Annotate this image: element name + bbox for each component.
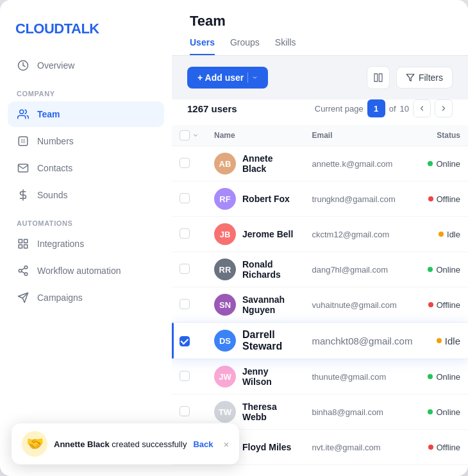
- row-checkbox[interactable]: [180, 228, 190, 239]
- avatar: RF: [214, 188, 236, 210]
- status-label: Idle: [447, 230, 460, 239]
- toast-suffix-text: created successfully: [112, 439, 187, 449]
- sidebar-item-team[interactable]: Team: [8, 101, 164, 127]
- columns-icon-button[interactable]: [367, 66, 390, 89]
- row-email-cell: binha8@gmail.com: [304, 395, 420, 430]
- row-checkbox-cell: [172, 359, 206, 395]
- sidebar-item-label: Overview: [37, 60, 74, 71]
- row-status-cell: Online: [420, 395, 468, 430]
- user-name: Jerome Bell: [242, 229, 293, 239]
- row-status-cell: Online: [420, 252, 468, 287]
- status-dot: [428, 445, 433, 450]
- sidebar-item-integrations[interactable]: Integrations: [8, 231, 164, 257]
- toolbar: + Add user Filters: [172, 56, 468, 99]
- row-checkbox-cell: [172, 323, 206, 359]
- table-row[interactable]: JB Jerome Bell ckctm12@gmail.com Idle: [172, 217, 468, 252]
- table-meta: 1267 users Current page 1 of 10: [172, 99, 468, 125]
- table-row[interactable]: SN Savannah Nguyen vuhaitnute@gmail.com …: [172, 287, 468, 323]
- status-dot: [428, 267, 433, 272]
- svg-point-1: [20, 110, 24, 114]
- main-content: Team Users Groups Skills + Add user: [172, 0, 468, 476]
- status-label: Offline: [437, 300, 460, 310]
- table-row[interactable]: JW Jenny Wilson thunute@gmail.com Online: [172, 359, 468, 395]
- row-status-cell: Idle: [420, 323, 468, 359]
- row-name-cell: SN Savannah Nguyen: [206, 287, 304, 323]
- main-header: Team Users Groups Skills: [172, 0, 468, 56]
- user-name: Floyd Miles: [242, 442, 291, 452]
- table-row[interactable]: RF Robert Fox trungknd@gamail.com Offlin…: [172, 182, 468, 217]
- svg-line-12: [21, 268, 24, 270]
- tab-groups[interactable]: Groups: [230, 37, 260, 55]
- pagination-prev-button[interactable]: [413, 99, 431, 117]
- table-area: 1267 users Current page 1 of 10: [172, 99, 468, 476]
- table-row[interactable]: RR Ronald Richards dang7hl@gmail.com Onl…: [172, 252, 468, 287]
- status-label: Online: [436, 407, 460, 417]
- sidebar-item-contacts[interactable]: Contacts: [8, 155, 164, 181]
- section-automations: Automations: [8, 209, 164, 231]
- row-checkbox[interactable]: [180, 158, 190, 168]
- status-dot: [439, 232, 444, 237]
- sidebar-item-label: Integrations: [37, 239, 84, 249]
- status-dot: [428, 161, 433, 166]
- row-checkbox[interactable]: [180, 371, 190, 381]
- row-checkbox-cell: [172, 287, 206, 323]
- row-status-cell: Offline: [420, 287, 468, 323]
- user-name: Ronald Richards: [242, 259, 296, 280]
- sidebar-item-campaigns[interactable]: Campaigns: [8, 285, 164, 310]
- col-email: Email: [304, 125, 420, 146]
- numbers-icon: [17, 135, 29, 148]
- sidebar-item-numbers[interactable]: Numbers: [8, 128, 164, 154]
- logo: CLOUDTALK: [0, 0, 172, 53]
- add-user-label: + Add user: [197, 72, 244, 83]
- row-checkbox[interactable]: [180, 336, 190, 346]
- avatar: JW: [214, 366, 236, 387]
- row-email-cell: trungknd@gamail.com: [304, 182, 420, 217]
- avatar: AB: [214, 153, 236, 174]
- table-row[interactable]: AB Annete Black annette.k@gmail.com Onli…: [172, 146, 468, 182]
- status-label: Online: [436, 372, 460, 382]
- sounds-icon: [17, 189, 29, 201]
- add-user-button[interactable]: + Add user: [187, 67, 268, 89]
- avatar: JB: [214, 223, 236, 245]
- toast-notification: 🤝 Annette Black created successfully Bac…: [12, 423, 239, 464]
- row-name-cell: DS Darrell Steward: [206, 323, 304, 359]
- row-checkbox-cell: [172, 252, 206, 287]
- row-email-cell: nvt.ite@gmail.com: [304, 430, 420, 465]
- sidebar-item-label: Contacts: [37, 163, 72, 173]
- filters-button[interactable]: Filters: [396, 67, 453, 89]
- col-name: Name: [206, 125, 304, 146]
- sidebar-item-sounds[interactable]: Sounds: [8, 182, 164, 208]
- row-email-cell: thunute@gmail.com: [304, 359, 420, 395]
- avatar: SN: [214, 294, 236, 316]
- user-name: Robert Fox: [242, 194, 290, 204]
- screen: CLOUDTALK Overview Company: [0, 0, 468, 476]
- tab-skills[interactable]: Skills: [275, 37, 296, 55]
- sidebar-item-overview[interactable]: Overview: [8, 53, 164, 78]
- user-name: Darrell Steward: [242, 329, 296, 352]
- select-all-checkbox[interactable]: [180, 130, 190, 140]
- row-checkbox[interactable]: [180, 264, 190, 274]
- status-label: Offline: [437, 443, 460, 452]
- team-icon: [17, 108, 29, 121]
- toast-message: Annette Black created successfully: [54, 439, 187, 449]
- row-email-cell: vuhaitnute@gmail.com: [304, 287, 420, 323]
- toast-close-button[interactable]: ×: [223, 439, 229, 449]
- sidebar-item-workflow-automation[interactable]: Workflow automation: [8, 258, 164, 284]
- toast-back-button[interactable]: Back: [193, 439, 213, 449]
- status-label: Online: [436, 265, 460, 275]
- pagination-current-page[interactable]: 1: [367, 99, 385, 117]
- svg-rect-15: [374, 74, 378, 81]
- row-checkbox[interactable]: [180, 193, 190, 203]
- pagination-next-button[interactable]: [435, 99, 453, 117]
- tab-users[interactable]: Users: [190, 37, 215, 55]
- row-checkbox[interactable]: [180, 299, 190, 309]
- sidebar-item-label: Campaigns: [37, 293, 83, 303]
- table-header-row: Name Email Status: [172, 125, 468, 146]
- table-row[interactable]: DS Darrell Steward manchkt08@gmail.com I…: [172, 323, 468, 359]
- status-dot: [437, 338, 442, 343]
- row-name-cell: AB Annete Black: [206, 146, 304, 182]
- row-name-cell: JB Jerome Bell: [206, 217, 304, 252]
- workflow-icon: [17, 264, 29, 277]
- row-checkbox[interactable]: [180, 406, 190, 416]
- row-name-cell: RR Ronald Richards: [206, 252, 304, 287]
